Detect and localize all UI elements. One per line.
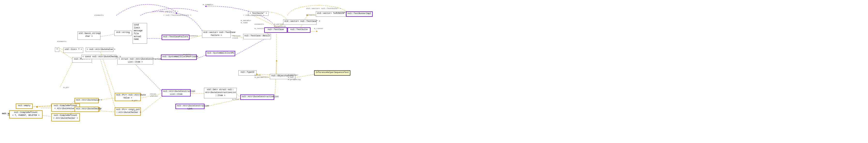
node-struct-attributeconstruction: < struct ns3::AttributeConstructionList:…	[117, 57, 153, 64]
parent-label: ns3::empty	[1, 112, 9, 116]
node-attributeconstructionlist2: ns3::AttributeConstructionList	[240, 94, 274, 100]
label-testcase-ptr: < ns3::TestCase* >	[243, 14, 264, 16]
node-const-attributechecker: < const ns3::AttributeChecker >	[81, 55, 116, 59]
svg-line-29	[142, 96, 163, 112]
label-testcasefailure-ref: < ns3::TestCaseFailure >	[163, 14, 191, 16]
label-elements-2: elements	[254, 23, 264, 25]
node-attributechecker-ref2: ns3::AttributeChecker	[74, 107, 99, 112]
label-m-ptr-2: m_ptr	[132, 99, 138, 102]
label-elements-3: elements	[306, 14, 315, 16]
node-vector-testcasefailure: std::vector< ns3::TestCaseFailure >	[202, 31, 230, 38]
node-testcase: ns3::TestCase	[264, 27, 287, 33]
label-m-parent-children: m_parentm_children	[274, 23, 286, 27]
label-failure-clock: failureclock	[232, 35, 241, 39]
label-m-runner: m_runner	[314, 27, 323, 30]
label-elements-top-left: elements	[57, 40, 66, 42]
node-testcasefailure: ns3::TestCaseFailure	[162, 35, 189, 40]
label-m-priv: m_priv	[183, 53, 190, 56]
label-elements-top: elements	[94, 14, 103, 16]
node-systemwallclockms-private: ns3::SystemWallClockMsPrivate	[161, 55, 197, 60]
node-testcase-result: ns3::TestCase::Result	[243, 34, 271, 39]
node-ns3-empty: ns3::empty	[16, 104, 33, 109]
node-simplerefcount-tpd: ns3::SimpleRefCount< T, PARENT, DELETER …	[9, 110, 42, 118]
node-inference-helper: InferenceHelperSequenceTest	[314, 70, 350, 76]
svg-line-39	[100, 58, 116, 111]
svg-line-11	[100, 34, 115, 37]
label-value-checker: valuechecker	[150, 93, 158, 97]
node-attributevalue-ref: < ns3::AttributeValue >	[86, 48, 114, 52]
node-attributevalue-ref2: ns3::AttributeValue	[74, 98, 99, 103]
diagram-container: ns3::empty ns3::empty ns3::SimpleRefCoun…	[0, 0, 868, 143]
label-m-manager-mac: m_managerm_macm_propDelay	[288, 74, 301, 81]
label-std-vector-T: std::vector< T >	[160, 10, 178, 12]
label-m-ptr-3: m_ptr	[132, 109, 138, 111]
node-systemwallclockms: ns3::SystemWallClockMs	[206, 51, 235, 56]
svg-line-37	[133, 62, 163, 92]
node-vector-testcase: std::vector< ns3::TestCase* >	[283, 19, 316, 25]
svg-line-27	[275, 61, 277, 98]
diagram-edges	[0, 0, 868, 143]
node-std-list-T: std::list< T >	[63, 48, 83, 53]
node-std-set-attributeconstruction: std::Set< struct ns3::AttributeConstruct…	[204, 88, 237, 98]
node-simplerefcount-attrchecker: ns3::SimpleRefCount< AttributeChecker >	[51, 113, 80, 121]
label-m-list: m_list	[232, 98, 239, 101]
label-m-ptr-1: m_ptr	[63, 86, 69, 88]
label-elements-1: elements	[189, 35, 198, 37]
svg-line-17	[197, 55, 207, 58]
svg-line-45	[60, 61, 73, 87]
node-attributeconstructionlist-item: ns3::AttributeConstructionList::Item	[162, 89, 191, 96]
label-m-tid-parameters: m_tidm_parameters	[254, 74, 269, 78]
node-attributeconstructionlist: ns3::AttributeConstructionList	[176, 104, 205, 109]
node-T: T	[55, 48, 59, 52]
svg-line-7	[41, 115, 52, 117]
node-std-string: std::string	[114, 31, 132, 36]
node-ptr-const-attributechecker: ns3::Ptr< const ns3::AttributeChecker >	[115, 107, 141, 116]
label-m-result: m_result	[254, 27, 264, 30]
label-m-tempDiv: m_tempDiv	[203, 3, 213, 6]
node-std-basic-string: std::basic_string<char >	[78, 31, 100, 40]
svg-line-18	[236, 38, 266, 55]
node-testsuite: ns3::TestSuite	[287, 27, 310, 33]
label-m-dataDir-name: m_dataDirm_name	[241, 19, 251, 24]
node-testrunnerimpl: ns3::TestRunnerImpl	[346, 11, 373, 17]
label-std-vector-testsuite: std::vector< ns3::TestSuite* >	[306, 7, 341, 9]
label-m-suites: m_suites	[336, 11, 345, 13]
node-cond-block: condlimitmessagefileactualname	[133, 23, 147, 44]
node-typeid: ns3::TypeId	[238, 70, 256, 76]
